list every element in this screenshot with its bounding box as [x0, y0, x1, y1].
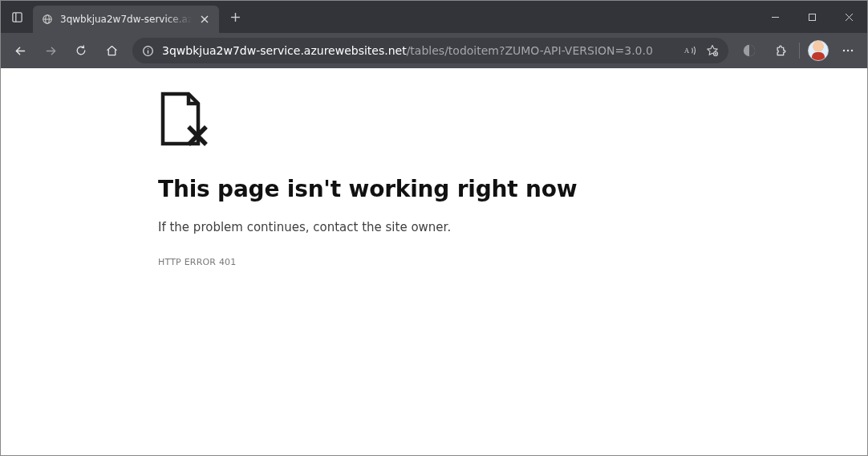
svg-point-24	[847, 50, 849, 51]
error-code: HTTP ERROR 401	[158, 257, 655, 267]
tab-title: 3qwbkjua2w7dw-service.azurewebsites.net	[60, 14, 192, 25]
tab-actions-button[interactable]	[1, 1, 33, 33]
window-controls	[756, 1, 867, 33]
svg-point-25	[851, 50, 853, 51]
svg-point-23	[843, 50, 845, 51]
globe-icon	[41, 13, 54, 26]
refresh-button[interactable]	[67, 36, 95, 65]
url-text: 3qwbkjua2w7dw-service.azurewebsites.net/…	[162, 44, 675, 57]
avatar	[808, 40, 829, 61]
tabs: 3qwbkjua2w7dw-service.azurewebsites.net	[33, 1, 219, 33]
svg-rect-0	[12, 12, 21, 21]
error-title: This page isn't working right now	[158, 176, 655, 202]
titlebar: 3qwbkjua2w7dw-service.azurewebsites.net	[1, 1, 867, 33]
inprivate-icon[interactable]	[735, 36, 764, 65]
url-path: /tables/todoitem?ZUMO-API-VERSION=3.0.0	[407, 44, 653, 57]
favorites-icon[interactable]	[706, 44, 719, 57]
extensions-icon[interactable]	[765, 36, 794, 65]
forward-button[interactable]	[36, 36, 65, 65]
page-content: This page isn't working right now If the…	[1, 68, 867, 455]
minimize-button[interactable]	[756, 1, 793, 33]
maximize-button[interactable]	[793, 1, 830, 33]
broken-page-icon	[158, 91, 655, 149]
site-info-icon[interactable]	[142, 45, 154, 57]
svg-rect-10	[809, 14, 815, 20]
back-button[interactable]	[6, 36, 34, 65]
address-bar[interactable]: 3qwbkjua2w7dw-service.azurewebsites.net/…	[132, 38, 728, 63]
svg-point-17	[148, 47, 148, 48]
error-panel: This page isn't working right now If the…	[158, 91, 655, 267]
error-description: If the problem continues, contact the si…	[158, 220, 655, 234]
home-button[interactable]	[97, 36, 126, 65]
toolbar: 3qwbkjua2w7dw-service.azurewebsites.net/…	[1, 33, 867, 68]
read-aloud-icon[interactable]: A	[683, 44, 698, 57]
close-icon[interactable]	[198, 13, 211, 26]
close-window-button[interactable]	[830, 1, 867, 33]
url-host: 3qwbkjua2w7dw-service.azurewebsites.net	[162, 44, 407, 57]
svg-text:A: A	[684, 47, 690, 55]
tab-active[interactable]: 3qwbkjua2w7dw-service.azurewebsites.net	[33, 6, 219, 33]
profile-avatar[interactable]	[805, 36, 832, 65]
more-menu-button[interactable]	[834, 36, 862, 65]
new-tab-button[interactable]	[222, 1, 248, 33]
